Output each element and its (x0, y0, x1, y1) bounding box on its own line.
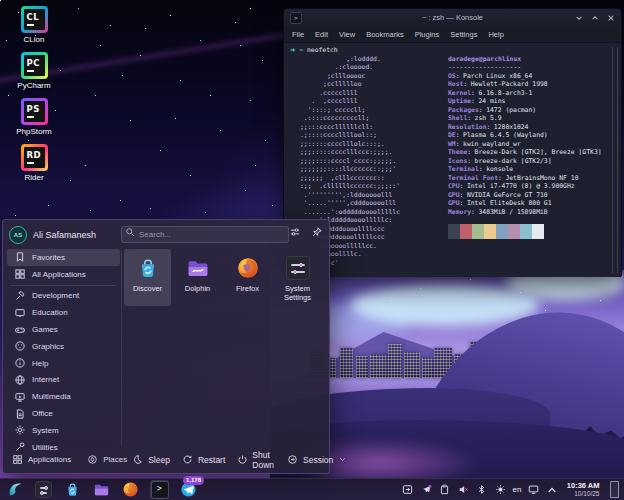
desktop-icon-phpstorm[interactable]: PS PhpStorm (8, 98, 60, 136)
maximize-button[interactable] (590, 13, 599, 22)
sidebar-item-graphics[interactable]: Graphics (7, 338, 120, 355)
sidebar-item-games[interactable]: Games (7, 321, 120, 338)
sidebar-item-all-applications[interactable]: All Applications (7, 266, 120, 283)
taskbar-telegram[interactable]: 1,178 (179, 480, 198, 499)
sidebar-item-internet[interactable]: Internet (7, 372, 120, 389)
peek-at-desktop-button[interactable] (610, 481, 619, 498)
star-field (0, 0, 1, 1)
desktop-icon-label: PyCharm (17, 81, 50, 90)
tray-brightness-icon[interactable] (494, 483, 507, 496)
taskbar-konsole[interactable]: > (150, 480, 169, 499)
desktop-icon-pycharm[interactable]: PC PyCharm (8, 52, 60, 90)
desktop-icon-label: Rider (24, 173, 43, 182)
terminal-view[interactable]: ➜ ~ neofetch ,:lodddd. .:clooood. ;clllo… (284, 43, 621, 277)
sort-options-icon[interactable] (287, 224, 303, 240)
palette-swatch (484, 224, 496, 239)
rider-icon: RD (21, 144, 48, 171)
desktop-icon-rider[interactable]: RD Rider (8, 144, 60, 182)
tab-applications[interactable]: Applications (7, 451, 76, 469)
clock[interactable]: 10:36 AM 10/10/25 (567, 482, 600, 498)
shutdown-button[interactable]: Shut Down (237, 450, 275, 470)
title-bar[interactable]: > ~ : zsh — Konsole (284, 9, 621, 26)
gamepad-icon (13, 323, 26, 336)
launcher-app-grid: Discover Dolphin Firefox System Settings (124, 249, 324, 447)
taskbar-system-settings[interactable] (34, 480, 53, 499)
sidebar-item-development[interactable]: Development (7, 288, 120, 305)
taskbar-dolphin[interactable] (92, 480, 111, 499)
app-tile-dolphin[interactable]: Dolphin (174, 249, 221, 306)
app-label: System Settings (274, 285, 321, 302)
power-icon (237, 454, 248, 466)
app-tile-discover[interactable]: Discover (124, 249, 171, 306)
session-icon (287, 454, 299, 466)
desktop-icon-label: CLion (24, 35, 45, 44)
neofetch-separator: ------------------- (448, 63, 613, 72)
search-input[interactable] (121, 226, 289, 243)
launcher-bottom-bar: Applications Places Sleep Restart Shut D… (7, 449, 323, 470)
minimize-button[interactable] (574, 13, 583, 22)
clion-icon: CL (21, 6, 48, 33)
menu-settings[interactable]: Settings (450, 30, 477, 39)
konsole-window: > ~ : zsh — Konsole File Edit View Bookm… (283, 8, 622, 277)
tray-telegram-icon[interactable] (420, 483, 433, 496)
restart-button[interactable]: Restart (182, 454, 225, 466)
menu-view[interactable]: View (339, 30, 355, 39)
menu-plugins[interactable]: Plugins (415, 30, 440, 39)
keyboard-layout-indicator[interactable]: en (512, 485, 521, 494)
tray-app-window-icon[interactable] (401, 483, 414, 496)
sidebar-item-label: Education (32, 308, 68, 317)
discover-icon (136, 256, 160, 280)
firefox-icon (122, 481, 139, 498)
sidebar-item-office[interactable]: Office (7, 405, 120, 422)
avatar[interactable]: AS (9, 226, 27, 244)
launcher-sidebar: Favorites All Applications Development E… (7, 249, 120, 447)
menu-help[interactable]: Help (488, 30, 503, 39)
sidebar-item-education[interactable]: Education (7, 304, 120, 321)
multimedia-icon (13, 390, 26, 403)
taskbar-discover[interactable] (63, 480, 82, 499)
app-launcher-button[interactable] (5, 480, 24, 499)
tray-bluetooth-icon[interactable] (475, 483, 488, 496)
sidebar-item-help[interactable]: Help (7, 355, 120, 372)
command-text: neofetch (303, 46, 338, 54)
palette-swatch (520, 224, 532, 239)
tray-clipboard-icon[interactable] (438, 483, 451, 496)
terminal-color-palette (448, 224, 613, 239)
menu-file[interactable]: File (292, 30, 304, 39)
bookmark-icon (13, 251, 26, 264)
sleep-button[interactable]: Sleep (132, 454, 170, 466)
sidebar-item-favorites[interactable]: Favorites (7, 249, 120, 266)
tray-volume-muted-icon[interactable] (457, 483, 470, 496)
moon-icon (132, 454, 144, 466)
desktop-icon-clion[interactable]: CL CLion (8, 6, 60, 44)
menu-bookmarks[interactable]: Bookmarks (366, 30, 404, 39)
app-tile-firefox[interactable]: Firefox (224, 249, 271, 306)
sidebar-item-system[interactable]: System (7, 422, 120, 439)
sidebar-item-label: All Applications (32, 270, 86, 279)
scrollbar[interactable] (612, 47, 618, 273)
tab-places[interactable]: Places (82, 451, 132, 469)
close-button[interactable] (606, 13, 615, 22)
tray-expand-chevron-icon[interactable] (545, 483, 558, 496)
notification-badge: 1,178 (183, 476, 204, 485)
menu-edit[interactable]: Edit (315, 30, 328, 39)
tray-display-icon[interactable] (527, 483, 540, 496)
app-tile-system-settings[interactable]: System Settings (274, 249, 321, 306)
neofetch-user-host: daradege@parchlinux (448, 55, 613, 64)
konsole-icon: > (151, 481, 169, 499)
tab-label: Places (103, 455, 127, 464)
help-icon (13, 357, 26, 370)
neofetch-output: ,:lodddd. .:clooood. ;clllooooc ;cclllll… (290, 55, 613, 268)
taskbar-firefox[interactable] (121, 480, 140, 499)
prompt-path: ~ (295, 46, 303, 54)
phpstorm-icon: PS (21, 98, 48, 125)
sidebar-item-multimedia[interactable]: Multimedia (7, 388, 120, 405)
firefox-icon (236, 256, 260, 280)
system-settings-icon (35, 481, 52, 498)
graphics-icon (13, 340, 26, 353)
session-button[interactable]: Session (287, 454, 346, 466)
pin-icon[interactable] (309, 224, 325, 240)
pycharm-icon: PC (21, 52, 48, 79)
search-bar (121, 223, 289, 240)
chevron-down-icon (339, 457, 346, 462)
